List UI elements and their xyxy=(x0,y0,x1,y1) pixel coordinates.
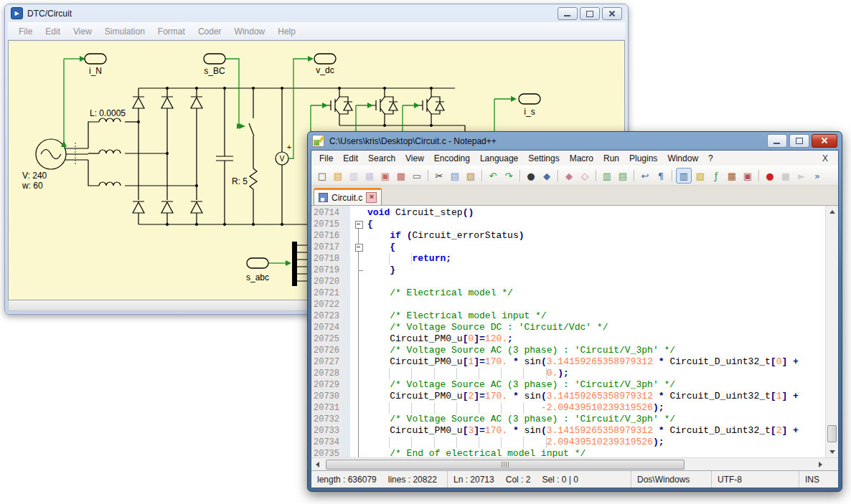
npp-editor[interactable]: 20714void Circuit_step()20715{20716 if (… xyxy=(311,206,838,457)
fold-margin[interactable] xyxy=(350,242,367,253)
npp-menu-file[interactable]: File xyxy=(314,152,338,165)
npp-menu-macro[interactable]: Macro xyxy=(565,152,598,165)
plecs-menu-coder[interactable]: Coder xyxy=(192,25,228,38)
port-s-bc[interactable] xyxy=(204,54,225,64)
port-s-abc[interactable] xyxy=(247,258,268,268)
bookmark-margin[interactable] xyxy=(343,425,350,437)
show-all-characters-icon[interactable]: ¶ xyxy=(654,168,668,183)
bookmark-margin[interactable] xyxy=(343,356,350,368)
bookmark-margin[interactable] xyxy=(343,287,350,299)
bookmark-margin[interactable] xyxy=(343,242,350,253)
npp-menu-language[interactable]: Language xyxy=(475,152,523,165)
sync-scroll-vertical-icon[interactable]: ▥ xyxy=(600,168,614,183)
npp-menu-edit[interactable]: Edit xyxy=(338,152,363,165)
npp-menu-run[interactable]: Run xyxy=(598,152,624,165)
monitoring-icon[interactable]: ▣ xyxy=(740,168,755,183)
run-macro-multiple-icon[interactable]: » xyxy=(810,168,824,183)
bookmark-margin[interactable] xyxy=(343,414,350,425)
bookmark-margin[interactable] xyxy=(343,310,350,322)
port-i-n[interactable] xyxy=(85,54,106,64)
save-all-icon[interactable]: ▦ xyxy=(362,168,377,183)
fold-collapse-icon[interactable] xyxy=(355,244,363,252)
plecs-menu-simulation[interactable]: Simulation xyxy=(98,25,151,38)
bookmark-margin[interactable] xyxy=(343,276,350,287)
code-area[interactable]: 20714void Circuit_step()20715{20716 if (… xyxy=(311,206,825,457)
npp-minimize-button[interactable] xyxy=(767,134,787,148)
fold-collapse-icon[interactable] xyxy=(355,221,363,229)
status-eol-format[interactable]: Dos\Windows xyxy=(637,475,690,485)
vertical-scroll-thumb[interactable] xyxy=(827,425,837,442)
status-encoding[interactable]: UTF-8 xyxy=(718,475,742,485)
bookmark-margin[interactable] xyxy=(343,391,350,402)
bookmark-margin[interactable] xyxy=(343,219,350,230)
plecs-maximize-button[interactable] xyxy=(580,7,600,20)
horizontal-scroll-thumb[interactable] xyxy=(326,460,685,470)
cut-icon[interactable]: ✂ xyxy=(432,168,446,183)
save-file-icon[interactable]: ▥ xyxy=(347,168,361,183)
sync-scroll-horizontal-icon[interactable]: ▤ xyxy=(616,168,630,183)
port-i-s[interactable] xyxy=(519,94,540,104)
demux-block[interactable] xyxy=(292,242,297,286)
npp-menu-search[interactable]: Search xyxy=(363,152,400,165)
tab-circuit-c[interactable]: Circuit.c × xyxy=(314,188,382,205)
close-all-icon[interactable]: ▩ xyxy=(394,168,408,183)
scroll-up-arrow[interactable] xyxy=(826,206,838,217)
plecs-menu-help[interactable]: Help xyxy=(271,25,302,38)
new-file-icon[interactable]: □ xyxy=(315,168,329,183)
copy-icon[interactable]: ▤ xyxy=(448,168,462,183)
horizontal-scroll-track[interactable] xyxy=(323,458,814,470)
npp-menu-encoding[interactable]: Encoding xyxy=(429,152,475,165)
print-icon[interactable]: ▭ xyxy=(410,168,424,183)
npp-menu-view[interactable]: View xyxy=(400,152,429,165)
npp-menu-help[interactable]: ? xyxy=(703,152,718,165)
bookmark-margin[interactable] xyxy=(343,253,350,265)
npp-menu-plugins[interactable]: Plugins xyxy=(624,152,662,165)
plecs-close-button[interactable] xyxy=(602,7,622,20)
plecs-menu-view[interactable]: View xyxy=(67,25,98,38)
npp-maximize-button[interactable] xyxy=(789,134,809,148)
zoom-out-icon[interactable]: ◇ xyxy=(578,168,592,183)
plecs-minimize-button[interactable] xyxy=(558,7,578,20)
function-list-icon[interactable]: ƒ xyxy=(709,168,723,183)
bookmark-margin[interactable] xyxy=(343,299,350,310)
paste-icon[interactable]: ▧ xyxy=(464,168,478,183)
bookmark-margin[interactable] xyxy=(343,265,350,276)
plecs-menu-format[interactable]: Format xyxy=(151,25,192,38)
bookmark-margin[interactable] xyxy=(343,437,350,448)
npp-close-button[interactable] xyxy=(812,134,837,148)
bookmark-margin[interactable] xyxy=(343,368,350,379)
plecs-titlebar[interactable]: ▶ DTC/Circuit xyxy=(8,4,625,22)
document-map-icon[interactable]: ▧ xyxy=(693,168,707,183)
plecs-menu-window[interactable]: Window xyxy=(228,25,272,38)
redo-icon[interactable]: ↷ xyxy=(502,168,516,183)
scroll-left-arrow[interactable] xyxy=(311,462,323,467)
bookmark-margin[interactable] xyxy=(343,322,350,333)
undo-icon[interactable]: ↶ xyxy=(486,168,500,183)
fold-margin[interactable] xyxy=(350,219,367,230)
bookmark-margin[interactable] xyxy=(343,379,350,391)
bookmark-margin[interactable] xyxy=(343,207,350,219)
plecs-menu-file[interactable]: File xyxy=(12,25,39,38)
record-macro-icon[interactable]: ● xyxy=(763,168,777,183)
status-insert-mode[interactable]: INS xyxy=(805,475,819,485)
scroll-down-arrow[interactable] xyxy=(826,446,838,457)
bookmark-margin[interactable] xyxy=(343,448,350,457)
bookmark-margin[interactable] xyxy=(343,333,350,345)
scroll-right-arrow[interactable] xyxy=(814,462,826,467)
indent-guide-icon[interactable]: ▥ xyxy=(676,168,692,184)
npp-menu-settings[interactable]: Settings xyxy=(523,152,564,165)
vertical-scrollbar[interactable] xyxy=(825,206,838,457)
stop-macro-icon[interactable]: ■ xyxy=(779,168,793,183)
npp-titlebar[interactable]: C:\Users\kris\Desktop\Circuit.c - Notepa… xyxy=(311,132,839,150)
folder-as-workspace-icon[interactable]: ▦ xyxy=(725,168,739,183)
bookmark-margin[interactable] xyxy=(343,402,350,414)
tab-close-icon[interactable]: × xyxy=(366,192,377,203)
close-file-icon[interactable]: ▣ xyxy=(378,168,392,183)
play-macro-icon[interactable]: ► xyxy=(794,168,809,183)
open-file-icon[interactable]: ▤ xyxy=(331,168,345,183)
bookmark-margin[interactable] xyxy=(343,230,350,242)
replace-icon[interactable]: ◆ xyxy=(540,168,554,183)
npp-menu-close-doc[interactable]: X xyxy=(815,153,835,163)
find-icon[interactable]: ● xyxy=(524,168,538,183)
npp-menu-window[interactable]: Window xyxy=(662,152,703,165)
